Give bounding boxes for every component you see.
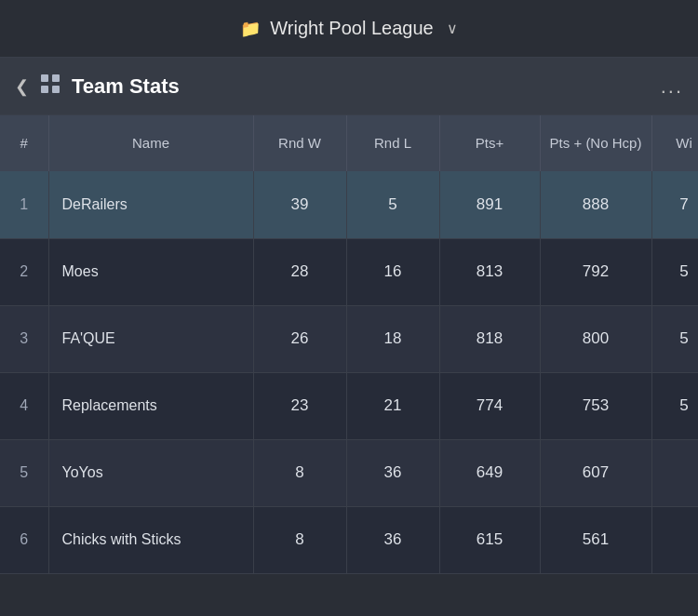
cell-num: 6	[0, 506, 48, 573]
col-header-pts: Pts+	[439, 115, 540, 171]
collapse-icon[interactable]: ❮	[15, 76, 29, 97]
cell-num: 2	[0, 238, 48, 305]
col-header-rndw: Rnd W	[253, 115, 346, 171]
col-header-rndl: Rnd L	[346, 115, 439, 171]
cell-pts_no_hcp: 888	[540, 171, 651, 238]
folder-icon: 📁	[240, 19, 261, 39]
cell-num: 5	[0, 439, 48, 506]
table-row: 5YoYos836649607	[0, 439, 698, 506]
grid-icon	[40, 74, 60, 99]
cell-name: Replacements	[48, 372, 253, 439]
col-header-num: #	[0, 115, 48, 171]
cell-pts_no_hcp: 753	[540, 372, 651, 439]
cell-rnd_w: 39	[253, 171, 346, 238]
top-bar: 📁 Wright Pool League ∨	[0, 0, 698, 58]
cell-rnd_w: 28	[253, 238, 346, 305]
cell-wi: 5	[651, 238, 698, 305]
cell-name: YoYos	[48, 439, 253, 506]
cell-rnd_w: 8	[253, 439, 346, 506]
table-row: 6Chicks with Sticks836615561	[0, 506, 698, 573]
section-header: ❮ Team Stats ...	[0, 58, 698, 115]
cell-rnd_l: 16	[346, 238, 439, 305]
cell-pts_plus: 615	[439, 506, 540, 573]
cell-name: FA'QUE	[48, 305, 253, 372]
cell-rnd_l: 36	[346, 506, 439, 573]
cell-wi	[651, 506, 698, 573]
cell-rnd_w: 23	[253, 372, 346, 439]
cell-name: DeRailers	[48, 171, 253, 238]
cell-wi: 5	[651, 372, 698, 439]
league-name: Wright Pool League	[270, 18, 433, 39]
svg-rect-1	[52, 74, 60, 82]
cell-pts_no_hcp: 792	[540, 238, 651, 305]
cell-pts_no_hcp: 607	[540, 439, 651, 506]
cell-num: 1	[0, 171, 48, 238]
team-stats-table: # Name Rnd W Rnd L Pts+ Pts + (No Hcp) W…	[0, 115, 698, 574]
cell-rnd_l: 18	[346, 305, 439, 372]
cell-wi	[651, 439, 698, 506]
cell-pts_plus: 813	[439, 238, 540, 305]
table-row: 2Moes28168137925	[0, 238, 698, 305]
svg-rect-0	[41, 74, 48, 82]
table-row: 4Replacements23217747535	[0, 372, 698, 439]
more-options-button[interactable]: ...	[661, 74, 683, 99]
cell-pts_plus: 774	[439, 372, 540, 439]
table-row: 3FA'QUE26188188005	[0, 305, 698, 372]
cell-name: Moes	[48, 238, 253, 305]
league-dropdown-chevron[interactable]: ∨	[447, 20, 458, 37]
svg-rect-2	[41, 86, 48, 93]
cell-num: 3	[0, 305, 48, 372]
cell-pts_plus: 891	[439, 171, 540, 238]
cell-pts_plus: 649	[439, 439, 540, 506]
cell-rnd_w: 26	[253, 305, 346, 372]
table-row: 1DeRailers3958918887	[0, 171, 698, 238]
cell-rnd_l: 5	[346, 171, 439, 238]
cell-name: Chicks with Sticks	[48, 506, 253, 573]
cell-rnd_l: 36	[346, 439, 439, 506]
cell-rnd_w: 8	[253, 506, 346, 573]
col-header-ptsnohcp: Pts + (No Hcp)	[540, 115, 651, 171]
cell-num: 4	[0, 372, 48, 439]
section-title: Team Stats	[72, 74, 180, 99]
col-header-name: Name	[48, 115, 253, 171]
cell-pts_plus: 818	[439, 305, 540, 372]
cell-pts_no_hcp: 800	[540, 305, 651, 372]
cell-wi: 5	[651, 305, 698, 372]
cell-pts_no_hcp: 561	[540, 506, 651, 573]
col-header-wi: Wi	[651, 115, 698, 171]
svg-rect-3	[52, 86, 60, 93]
cell-wi: 7	[651, 171, 698, 238]
table-header-row: # Name Rnd W Rnd L Pts+ Pts + (No Hcp) W…	[0, 115, 698, 171]
cell-rnd_l: 21	[346, 372, 439, 439]
